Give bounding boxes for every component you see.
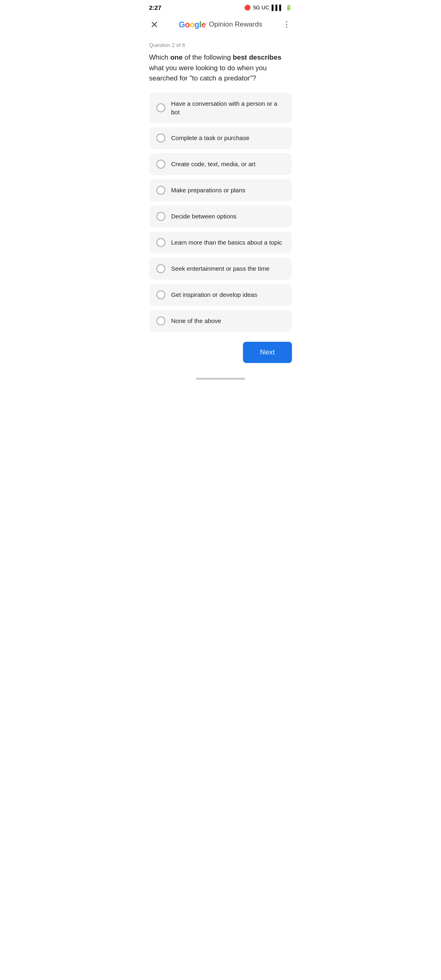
option-label-2: Complete a task or purchase (171, 134, 249, 142)
radio-circle-8 (156, 290, 165, 299)
close-button[interactable] (147, 18, 161, 31)
question-counter: Question 2 of 6 (149, 42, 292, 48)
option-label-5: Decide between options (171, 212, 236, 220)
option-item-7[interactable]: Seek entertainment or pass the time (149, 258, 292, 280)
option-label-6: Learn more than the basics about a topic (171, 238, 282, 247)
network-label: 5G UC (253, 4, 270, 11)
option-item-2[interactable]: Complete a task or purchase (149, 127, 292, 149)
radio-circle-2 (156, 134, 165, 143)
option-label-9: None of the above (171, 316, 221, 325)
question-text-mid: of the following (183, 53, 233, 61)
option-label-8: Get inspiration or develop ideas (171, 290, 257, 299)
svg-point-3 (286, 24, 287, 25)
question-text-after: what you were looking to do when you sea… (149, 64, 267, 82)
signal-icon: ▌▌▌ (272, 4, 283, 11)
radio-circle-7 (156, 264, 165, 273)
option-label-1: Have a conversation with a person or a b… (171, 99, 285, 116)
app-logo: Google Opinion Rewards (179, 20, 262, 29)
svg-point-4 (286, 27, 287, 28)
radio-circle-6 (156, 238, 165, 247)
radio-circle-9 (156, 316, 165, 325)
option-item-6[interactable]: Learn more than the basics about a topic (149, 232, 292, 254)
google-logo: Google (179, 20, 206, 29)
option-item-1[interactable]: Have a conversation with a person or a b… (149, 93, 292, 123)
battery-icon: 🔋 (285, 4, 292, 11)
bluetooth-icon: 🔴 (244, 4, 251, 11)
status-time: 2:27 (149, 4, 161, 11)
bottom-area: Next (141, 332, 300, 371)
option-item-9[interactable]: None of the above (149, 310, 292, 332)
nav-indicator (196, 378, 245, 380)
app-bar: Google Opinion Rewards (141, 13, 300, 36)
question-text: Which one of the following best describe… (149, 52, 292, 84)
option-item-8[interactable]: Get inspiration or develop ideas (149, 284, 292, 306)
question-bold1: one (170, 53, 183, 61)
next-button[interactable]: Next (243, 342, 292, 363)
options-list: Have a conversation with a person or a b… (149, 93, 292, 332)
radio-circle-1 (156, 103, 165, 112)
option-item-3[interactable]: Create code, text, media, or art (149, 153, 292, 175)
option-item-5[interactable]: Decide between options (149, 205, 292, 227)
option-label-4: Make preparations or plans (171, 186, 245, 194)
option-item-4[interactable]: Make preparations or plans (149, 179, 292, 201)
more-options-button[interactable] (280, 18, 294, 31)
content-area: Question 2 of 6 Which one of the followi… (141, 36, 300, 332)
radio-circle-4 (156, 186, 165, 195)
radio-circle-3 (156, 160, 165, 169)
option-label-7: Seek entertainment or pass the time (171, 264, 270, 273)
question-bold2: best describes (233, 53, 281, 61)
status-icons: 🔴 5G UC ▌▌▌ 🔋 (244, 4, 292, 11)
question-text-before: Which (149, 53, 170, 61)
app-name: Opinion Rewards (209, 20, 262, 29)
svg-point-2 (286, 21, 287, 22)
option-label-3: Create code, text, media, or art (171, 160, 256, 168)
status-bar: 2:27 🔴 5G UC ▌▌▌ 🔋 (141, 0, 300, 13)
radio-circle-5 (156, 212, 165, 221)
